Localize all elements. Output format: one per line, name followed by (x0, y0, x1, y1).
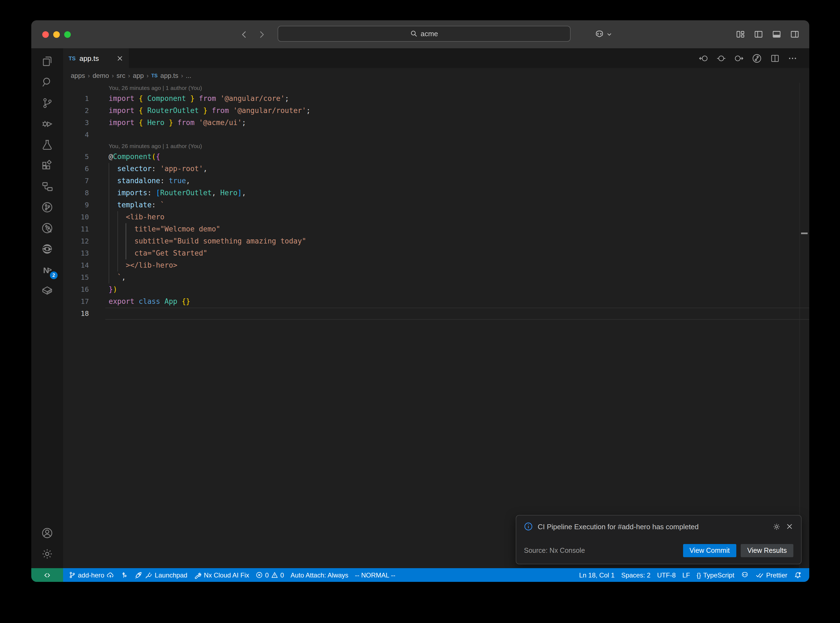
toggle-sidebar-right-icon[interactable] (790, 30, 799, 39)
code-text: standalone: true, (109, 175, 190, 187)
code-token: } (190, 94, 195, 103)
git-branch-status[interactable]: add-hero (65, 568, 117, 582)
container-icon[interactable] (41, 284, 54, 297)
line-number: 4 (63, 129, 109, 141)
remote-indicator[interactable] (31, 568, 63, 582)
code-token (143, 94, 147, 103)
code-token: from (212, 106, 229, 115)
cursor-position-status[interactable]: Ln 18, Col 1 (576, 568, 618, 582)
more-actions-icon[interactable] (788, 54, 797, 63)
close-tab-icon[interactable] (116, 55, 123, 62)
open-changes-icon[interactable] (717, 54, 726, 63)
hierarchy-icon[interactable] (41, 180, 54, 193)
tab-app-ts[interactable]: TS app.ts (63, 48, 129, 68)
breadcrumb-item[interactable]: demo (92, 72, 109, 79)
launchpad-status[interactable]: Launchpad (131, 568, 190, 582)
maximize-window-button[interactable] (64, 31, 71, 38)
line-number: 12 (63, 235, 109, 247)
code-token (134, 106, 139, 115)
code-line: 15 `, (63, 272, 809, 284)
toggle-panel-icon[interactable] (772, 30, 781, 39)
code-editor[interactable]: You, 26 minutes ago | 1 author (You)1imp… (63, 83, 809, 568)
explorer-icon[interactable] (41, 55, 54, 68)
formatter-status[interactable]: Prettier (752, 568, 791, 582)
source-control-icon[interactable] (41, 97, 54, 110)
nx-cloud-fix-status[interactable]: Nx Cloud AI Fix (190, 568, 252, 582)
branch-name: add-hero (78, 571, 104, 579)
code-token: cta="Get Started" (109, 249, 207, 257)
double-check-icon (756, 571, 764, 579)
code-line: 6 selector: 'app-root', (63, 163, 809, 175)
line-number: 17 (63, 296, 109, 308)
code-line: 9 template: ` (63, 199, 809, 211)
minimize-window-button[interactable] (53, 31, 60, 38)
indentation-status[interactable]: Spaces: 2 (618, 568, 654, 582)
code-text: title="Welcmoe demo" (109, 223, 220, 235)
view-results-button[interactable]: View Results (741, 544, 793, 557)
code-token: ></lib-hero> (109, 261, 177, 269)
encoding-status[interactable]: UTF-8 (654, 568, 679, 582)
forward-icon[interactable] (257, 30, 266, 39)
eol-status[interactable]: LF (679, 568, 693, 582)
extensions-icon[interactable] (41, 159, 54, 172)
codelens-annotation[interactable]: You, 26 minutes ago | 1 author (You) (63, 83, 809, 93)
copilot-status[interactable] (738, 568, 752, 582)
problems-status[interactable]: 0 0 (252, 568, 287, 582)
gitlens-search-icon[interactable] (41, 222, 54, 235)
code-text: @Component({ (109, 151, 160, 163)
back-icon[interactable] (240, 30, 249, 39)
code-text: selector: 'app-root', (109, 163, 207, 175)
next-change-icon[interactable] (734, 54, 743, 63)
code-token: Component (147, 94, 186, 103)
notification-close-icon[interactable] (786, 523, 793, 530)
code-token: } (109, 285, 113, 293)
command-center-search[interactable]: acme (278, 26, 571, 42)
search-icon (410, 30, 417, 37)
current-line-highlight (105, 308, 809, 320)
breadcrumb-separator: › (128, 72, 130, 79)
launchpad-label: Launchpad (155, 571, 187, 579)
code-token (109, 176, 117, 185)
copilot-icon (741, 571, 749, 579)
breadcrumb-more[interactable]: ... (186, 72, 191, 79)
toggle-sidebar-left-icon[interactable] (754, 30, 763, 39)
breadcrumb-item[interactable]: src (117, 72, 125, 79)
breadcrumb-item[interactable]: app (133, 72, 144, 79)
notifications-bell[interactable] (791, 568, 805, 582)
vim-mode-status[interactable]: -- NORMAL -- (352, 568, 399, 582)
code-text: import { RouterOutlet } from '@angular/r… (109, 105, 310, 117)
language-mode-status[interactable]: {} TypeScript (693, 568, 737, 582)
code-token (143, 118, 147, 127)
git-graph-icon[interactable] (752, 53, 762, 63)
search-sidebar-icon[interactable] (41, 76, 54, 89)
notification-settings-icon[interactable] (772, 522, 781, 531)
commit-graph-status[interactable] (117, 568, 131, 582)
accounts-icon[interactable] (41, 526, 54, 540)
nx-console-icon[interactable]: N> 2 (41, 263, 54, 276)
code-line: 11 title="Welcmoe demo" (63, 223, 809, 235)
editor-group: TS app.ts (63, 48, 809, 568)
code-token: imports (117, 189, 147, 197)
code-token: {} (181, 297, 190, 305)
bell-dot-icon (794, 571, 802, 579)
customize-layout-icon[interactable] (736, 30, 745, 39)
close-window-button[interactable] (42, 31, 49, 38)
breadcrumb-item[interactable]: apps (71, 72, 85, 79)
testing-icon[interactable] (41, 138, 54, 151)
auto-attach-status[interactable]: Auto Attach: Always (287, 568, 352, 582)
code-token: standalone (117, 176, 160, 185)
code-token: : (152, 201, 160, 209)
codelens-annotation[interactable]: You, 26 minutes ago | 1 author (You) (63, 141, 809, 151)
breadcrumb-file[interactable]: app.ts (160, 72, 178, 79)
previous-change-icon[interactable] (699, 54, 708, 63)
split-editor-icon[interactable] (770, 54, 780, 63)
code-line: 7 standalone: true, (63, 175, 809, 187)
breadcrumb-separator: › (88, 72, 90, 79)
copilot-menu[interactable] (594, 20, 612, 48)
settings-gear-icon[interactable] (41, 547, 54, 560)
gitlens-inspect-icon[interactable] (41, 201, 54, 214)
wrench-icon (194, 571, 202, 579)
edge-tools-icon[interactable] (41, 242, 54, 256)
view-commit-button[interactable]: View Commit (683, 544, 736, 557)
run-debug-icon[interactable] (41, 117, 54, 130)
